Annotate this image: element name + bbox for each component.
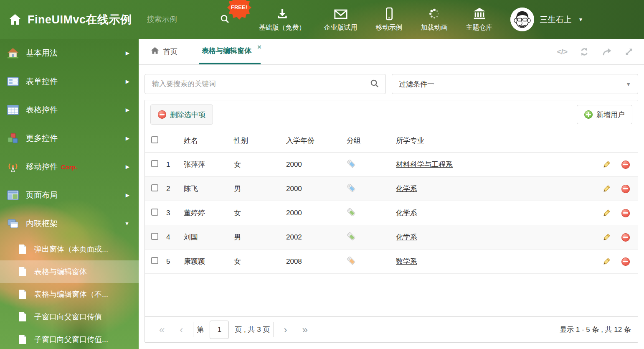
tag-icon: [347, 186, 356, 194]
nav-item-theme-store[interactable]: 主题仓库: [466, 6, 493, 33]
delete-row-icon[interactable]: [621, 160, 630, 169]
major-link[interactable]: 数学系: [396, 257, 417, 265]
cell-year: 2000: [286, 201, 346, 225]
header-search: [146, 14, 237, 25]
main-panel: 首页 表格与编辑窗体 × </>: [139, 39, 644, 349]
tag-icon: [347, 162, 356, 170]
sidebar-subitem-grid-edit-window[interactable]: 表格与编辑窗体: [0, 260, 139, 283]
edit-pencil-icon[interactable]: [602, 184, 611, 194]
house-icon: [7, 47, 19, 59]
header-search-input[interactable]: [146, 15, 209, 24]
users-table: 姓名 性别 入学年份 分组 所学专业 1: [145, 129, 638, 274]
fullscreen-icon[interactable]: [624, 47, 634, 57]
grid-toolbar: 删除选中项 新增用户: [145, 100, 638, 129]
sidebar: 基本用法 ▶ 表单控件 ▶: [0, 39, 139, 349]
row-checkbox[interactable]: [151, 160, 158, 167]
next-page-button[interactable]: ›: [276, 325, 294, 335]
sidebar-item-basic-usage[interactable]: 基本用法 ▶: [0, 39, 139, 67]
file-icon: [18, 267, 28, 277]
tab-home[interactable]: 首页: [150, 39, 177, 64]
cell-name: 陈飞: [183, 177, 233, 201]
column-header-gender: 性别: [233, 129, 286, 153]
last-page-button[interactable]: »: [294, 325, 315, 335]
column-header-actions: [583, 129, 638, 153]
major-link[interactable]: 化学系: [396, 233, 417, 241]
nav-label: 移动示例: [376, 23, 403, 32]
chevron-right-icon: ▶: [126, 50, 129, 56]
delete-row-icon[interactable]: [621, 209, 630, 217]
cell-group: [346, 177, 396, 201]
nav-item-basic-free[interactable]: FREE! 基础版（免费）: [259, 6, 306, 33]
edit-pencil-icon[interactable]: [602, 208, 611, 218]
username: 三生石上: [540, 14, 572, 25]
table-row: 2 陈飞 男 2000: [145, 177, 638, 201]
nav-item-mobile-demo[interactable]: 移动示例: [376, 6, 403, 33]
edit-pencil-icon[interactable]: [602, 257, 611, 266]
cell-gender: 女: [233, 153, 286, 177]
row-checkbox[interactable]: [151, 233, 158, 240]
row-checkbox[interactable]: [151, 209, 158, 216]
sidebar-item-label: 移动控件: [26, 161, 58, 172]
filter-row: 过滤条件一 ▼: [145, 74, 638, 94]
filter-dropdown-value: 过滤条件一: [399, 79, 434, 89]
edit-pencil-icon[interactable]: [602, 160, 611, 169]
select-all-checkbox[interactable]: [151, 136, 158, 143]
add-user-button[interactable]: 新增用户: [577, 105, 632, 124]
sidebar-item-more-controls[interactable]: 更多控件 ▶: [0, 124, 139, 153]
cell-name: 康颖颖: [183, 250, 233, 274]
nav-item-enterprise-trial[interactable]: 企业版试用: [324, 6, 357, 33]
cell-name: 刘国: [183, 225, 233, 250]
first-page-button[interactable]: «: [152, 325, 172, 335]
prev-page-button[interactable]: ‹: [172, 325, 190, 335]
row-number: 3: [166, 201, 183, 225]
spinner-icon: [428, 6, 441, 20]
nav-label: 企业版试用: [324, 23, 357, 32]
chevron-right-icon: ▶: [126, 79, 129, 84]
delete-selected-button[interactable]: 删除选中项: [150, 104, 213, 125]
major-link[interactable]: 化学系: [396, 185, 417, 193]
column-header-group: 分组: [346, 129, 396, 153]
row-checkbox[interactable]: [151, 184, 158, 191]
search-icon[interactable]: [370, 79, 379, 90]
view-source-icon[interactable]: </>: [557, 47, 567, 56]
major-link[interactable]: 材料科学与工程系: [396, 160, 453, 168]
delete-row-icon[interactable]: [621, 257, 630, 266]
delete-row-icon[interactable]: [621, 185, 630, 193]
sidebar-item-grid-controls[interactable]: 表格控件 ▶: [0, 96, 139, 124]
refresh-icon[interactable]: [579, 46, 590, 57]
open-new-window-icon[interactable]: [601, 46, 612, 57]
page-number-input[interactable]: [210, 321, 229, 339]
sidebar-subitem-label: 表格与编辑窗体: [34, 267, 87, 277]
brand[interactable]: FineUIMvc在线示例: [8, 12, 132, 27]
pager-divider: [193, 322, 193, 337]
layout-icon: [7, 189, 19, 201]
cell-gender: 男: [233, 177, 286, 201]
table-row: 1 张萍萍 女 2000: [145, 153, 638, 177]
phone-icon: [385, 6, 393, 20]
major-link[interactable]: 化学系: [396, 209, 417, 217]
search-icon[interactable]: [209, 14, 230, 25]
sidebar-subitem-popup-window[interactable]: 弹出窗体（本页面或...: [0, 238, 139, 260]
tab-grid-edit-window[interactable]: 表格与编辑窗体 ×: [199, 39, 261, 64]
edit-pencil-icon[interactable]: [602, 232, 611, 242]
cell-gender: 女: [233, 250, 286, 274]
sidebar-item-label: 页面布局: [26, 190, 58, 201]
row-checkbox[interactable]: [151, 257, 158, 264]
user-menu[interactable]: 三生石上 ▼: [510, 8, 583, 31]
sidebar-item-iframe[interactable]: 内联框架 ▼: [0, 209, 139, 238]
keyword-search-input[interactable]: [151, 79, 370, 89]
column-header-name: 姓名: [183, 129, 233, 153]
sidebar-item-page-layout[interactable]: 页面布局 ▶: [0, 181, 139, 209]
close-tab-icon[interactable]: ×: [257, 43, 261, 51]
sidebar-item-form-controls[interactable]: 表单控件 ▶: [0, 67, 139, 96]
nav-label: 基础版（免费）: [259, 23, 306, 32]
windows-icon: [7, 217, 19, 230]
sidebar-subitem-child-to-parent-2[interactable]: 子窗口向父窗口传值...: [0, 328, 139, 349]
delete-row-icon[interactable]: [621, 233, 630, 242]
record-summary: 显示 1 - 5 条 , 共 12 条: [560, 325, 631, 334]
nav-item-loading-animation[interactable]: 加载动画: [421, 6, 448, 33]
sidebar-item-mobile-controls[interactable]: 移动控件 Corp. ▶: [0, 153, 139, 181]
filter-dropdown[interactable]: 过滤条件一 ▼: [392, 74, 638, 94]
sidebar-subitem-grid-edit-window-2[interactable]: 表格与编辑窗体（不...: [0, 283, 139, 306]
sidebar-subitem-child-to-parent[interactable]: 子窗口向父窗口传值: [0, 306, 139, 328]
